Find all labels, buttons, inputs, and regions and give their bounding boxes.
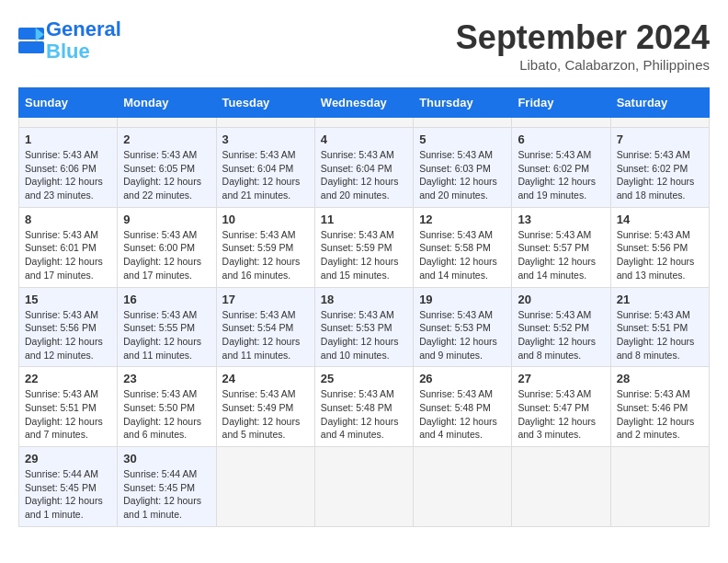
calendar-cell [314,447,413,527]
calendar-cell: 8Sunrise: 5:43 AMSunset: 6:01 PMDaylight… [19,207,118,287]
calendar-cell: 24Sunrise: 5:43 AMSunset: 5:49 PMDayligh… [216,367,314,447]
svg-rect-1 [18,41,44,53]
day-info: Sunrise: 5:43 AMSunset: 6:03 PMDaylight:… [419,148,506,202]
calendar-cell: 27Sunrise: 5:43 AMSunset: 5:47 PMDayligh… [512,367,610,447]
day-info: Sunrise: 5:43 AMSunset: 5:57 PMDaylight:… [518,228,604,282]
calendar-week-row: 8Sunrise: 5:43 AMSunset: 6:01 PMDaylight… [19,207,710,287]
logo-text: General Blue [46,18,121,63]
calendar-cell: 1Sunrise: 5:43 AMSunset: 6:06 PMDaylight… [19,128,118,208]
day-number: 14 [617,213,703,226]
calendar-cell: 28Sunrise: 5:43 AMSunset: 5:46 PMDayligh… [610,367,709,447]
day-info: Sunrise: 5:43 AMSunset: 5:51 PMDaylight:… [617,308,703,362]
day-number: 7 [617,132,703,146]
day-info: Sunrise: 5:43 AMSunset: 5:56 PMDaylight:… [617,228,703,282]
weekday-header-tuesday: Tuesday [216,88,314,118]
day-number: 1 [25,132,111,146]
calendar-cell [314,118,413,128]
calendar-cell: 25Sunrise: 5:43 AMSunset: 5:48 PMDayligh… [314,367,413,447]
calendar-week-row: 22Sunrise: 5:43 AMSunset: 5:51 PMDayligh… [19,367,710,447]
calendar-cell: 5Sunrise: 5:43 AMSunset: 6:03 PMDaylight… [414,128,512,208]
day-info: Sunrise: 5:43 AMSunset: 6:00 PMDaylight:… [123,228,210,282]
day-info: Sunrise: 5:43 AMSunset: 6:04 PMDaylight:… [321,148,407,202]
logo-icon [18,28,44,53]
calendar-cell: 3Sunrise: 5:43 AMSunset: 6:04 PMDaylight… [216,128,314,208]
day-info: Sunrise: 5:43 AMSunset: 5:52 PMDaylight:… [518,308,604,362]
day-number: 6 [518,132,604,146]
calendar-cell: 11Sunrise: 5:43 AMSunset: 5:59 PMDayligh… [314,207,413,287]
day-info: Sunrise: 5:43 AMSunset: 6:02 PMDaylight:… [518,148,604,202]
day-info: Sunrise: 5:43 AMSunset: 5:46 PMDaylight:… [617,387,703,442]
calendar-cell [216,447,314,527]
day-info: Sunrise: 5:44 AMSunset: 5:45 PMDaylight:… [123,467,210,522]
day-number: 20 [518,293,604,306]
day-info: Sunrise: 5:43 AMSunset: 6:04 PMDaylight:… [222,148,309,202]
month-year-title: September 2024 [456,18,710,57]
calendar-cell: 19Sunrise: 5:43 AMSunset: 5:53 PMDayligh… [414,287,512,367]
day-number: 3 [222,132,309,146]
day-number: 26 [419,372,506,385]
day-info: Sunrise: 5:43 AMSunset: 6:01 PMDaylight:… [25,228,111,282]
calendar-week-row [19,118,710,128]
calendar-cell: 20Sunrise: 5:43 AMSunset: 5:52 PMDayligh… [512,287,610,367]
weekday-header-friday: Friday [512,88,610,118]
calendar-cell: 12Sunrise: 5:43 AMSunset: 5:58 PMDayligh… [414,207,512,287]
calendar-cell: 14Sunrise: 5:43 AMSunset: 5:56 PMDayligh… [610,207,709,287]
calendar-week-row: 1Sunrise: 5:43 AMSunset: 6:06 PMDaylight… [19,128,710,208]
calendar-cell: 26Sunrise: 5:43 AMSunset: 5:48 PMDayligh… [414,367,512,447]
weekday-header-sunday: Sunday [19,88,118,118]
calendar-cell: 4Sunrise: 5:43 AMSunset: 6:04 PMDaylight… [314,128,413,208]
calendar-cell: 21Sunrise: 5:43 AMSunset: 5:51 PMDayligh… [610,287,709,367]
day-info: Sunrise: 5:43 AMSunset: 6:06 PMDaylight:… [25,148,111,202]
calendar-cell: 7Sunrise: 5:43 AMSunset: 6:02 PMDaylight… [610,128,709,208]
day-number: 22 [25,372,111,385]
page-header: General Blue September 2024 Libato, Cala… [18,18,710,73]
day-number: 4 [321,132,407,146]
day-info: Sunrise: 5:43 AMSunset: 5:59 PMDaylight:… [222,228,309,282]
day-number: 30 [123,452,210,465]
calendar-cell [216,118,314,128]
day-number: 21 [617,293,703,306]
weekday-header-wednesday: Wednesday [314,88,413,118]
day-number: 25 [321,372,407,385]
day-number: 16 [123,293,210,306]
day-number: 15 [25,293,111,306]
day-number: 2 [123,132,210,146]
calendar-cell: 10Sunrise: 5:43 AMSunset: 5:59 PMDayligh… [216,207,314,287]
day-info: Sunrise: 5:43 AMSunset: 5:48 PMDaylight:… [321,387,407,442]
day-info: Sunrise: 5:43 AMSunset: 5:55 PMDaylight:… [123,308,210,362]
weekday-header-row: SundayMondayTuesdayWednesdayThursdayFrid… [19,88,710,118]
day-info: Sunrise: 5:43 AMSunset: 6:05 PMDaylight:… [123,148,210,202]
day-info: Sunrise: 5:43 AMSunset: 5:53 PMDaylight:… [419,308,506,362]
calendar-cell: 2Sunrise: 5:43 AMSunset: 6:05 PMDaylight… [118,128,216,208]
day-number: 9 [123,213,210,226]
day-info: Sunrise: 5:43 AMSunset: 5:51 PMDaylight:… [25,387,111,442]
weekday-header-thursday: Thursday [414,88,512,118]
day-number: 11 [321,213,407,226]
calendar-week-row: 29Sunrise: 5:44 AMSunset: 5:45 PMDayligh… [19,447,710,527]
day-number: 28 [617,372,703,385]
day-number: 13 [518,213,604,226]
weekday-header-saturday: Saturday [610,88,709,118]
calendar-cell [610,447,709,527]
day-info: Sunrise: 5:43 AMSunset: 5:59 PMDaylight:… [321,228,407,282]
day-number: 24 [222,372,309,385]
calendar-cell: 17Sunrise: 5:43 AMSunset: 5:54 PMDayligh… [216,287,314,367]
day-number: 23 [123,372,210,385]
day-number: 27 [518,372,604,385]
calendar-cell: 18Sunrise: 5:43 AMSunset: 5:53 PMDayligh… [314,287,413,367]
calendar-cell: 13Sunrise: 5:43 AMSunset: 5:57 PMDayligh… [512,207,610,287]
calendar-cell [118,118,216,128]
day-info: Sunrise: 5:43 AMSunset: 5:53 PMDaylight:… [321,308,407,362]
calendar-cell: 16Sunrise: 5:43 AMSunset: 5:55 PMDayligh… [118,287,216,367]
calendar-cell: 30Sunrise: 5:44 AMSunset: 5:45 PMDayligh… [118,447,216,527]
day-info: Sunrise: 5:43 AMSunset: 5:56 PMDaylight:… [25,308,111,362]
calendar-cell: 29Sunrise: 5:44 AMSunset: 5:45 PMDayligh… [19,447,118,527]
calendar-week-row: 15Sunrise: 5:43 AMSunset: 5:56 PMDayligh… [19,287,710,367]
calendar-cell: 9Sunrise: 5:43 AMSunset: 6:00 PMDaylight… [118,207,216,287]
day-info: Sunrise: 5:43 AMSunset: 5:50 PMDaylight:… [123,387,210,442]
day-number: 19 [419,293,506,306]
day-number: 8 [25,213,111,226]
day-info: Sunrise: 5:43 AMSunset: 5:58 PMDaylight:… [419,228,506,282]
day-number: 5 [419,132,506,146]
day-number: 17 [222,293,309,306]
